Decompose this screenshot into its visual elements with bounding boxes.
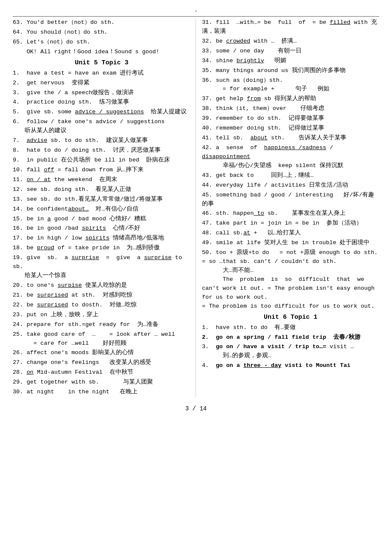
entry-r2-4: 4. go on a three - day visti to Mountt T… [202,361,379,370]
entry-l1: 1. have a test = have an exam 进行考试 [13,69,190,78]
entry-l29: 29. get together with sb. 与某人团聚 [13,378,190,387]
entry-num: 64. [13,29,23,35]
entry-l11: 11. on / at the weekend 在周末 [13,176,190,185]
entry-l10: 10. fall off = fall down from 从…摔下来 [13,166,190,175]
entry-num: 65. [13,39,23,45]
entry-r45: 45. something bad / good / interesting 好… [202,191,379,209]
entry-l26: 26. affect one's moods 影响某人的心情 [13,349,190,358]
entry-l5: 5. give sb. some advice / suggestions 给某… [13,108,190,117]
entry-l3: 3. give the / a speech做报告，做演讲 [13,89,190,98]
entry-l6: 6. follow / take one's advice / suggesti… [13,118,190,136]
entry-l18: 18. be proud of = take pride in 为…感到骄傲 [13,244,190,253]
entry-l23: 23. put on 上映，放映，穿上 [13,311,190,320]
entry-r46: 46. sth. happen_to sb. 某事发生在某人身上 [202,209,379,218]
page-container: · 63. You'd better（not）do sth. 64. You s… [13,8,379,412]
entry-l9: 9. in public 在公共场所 be ill in bed 卧病在床 [13,156,190,165]
entry-r50: 50. too + 原级+to do = not +原级 enough to d… [202,248,379,311]
entry-l30: 30. at night in the night 在晚上 [13,388,190,397]
entry-l16: 16. be in good /bad spirits 心情/不好 [13,224,190,233]
entry-l25: 25. take good care of … = look after … w… [13,330,190,348]
entry-r33: 33. some / one day 有朝一日 [202,47,379,56]
section-header-unit5-topic3: Unit 5 Topic 3 [13,59,190,66]
entry-r42: 42. a sense of happiness /sadness / disa… [202,144,379,170]
entry-l13: 13. see sb. do sth.看见某人常常做/做过/将做某事 [13,195,190,204]
entry-r36: 36. such as（doing）sth. = for example + 句… [202,76,379,94]
entry-r35: 35. many things around us 我们周围的许多事物 [202,66,379,75]
right-column: 31. fill …with…= be full of = be filled … [196,18,379,398]
section-header-unit6-topic1: Unit 6 Topic 1 [202,314,379,321]
entry-l22: 22. be surprised to dosth. 对做…吃惊 [13,301,190,310]
entry-l14: 14. be confidentabout… 对…有信心/自信 [13,205,190,214]
entry-num: 63. [13,19,23,26]
entry-l2: 2. get nervous 变得紧 [13,79,190,88]
entry-ok: OK! All right！Good idea！Sound s good! [13,48,190,57]
entry-r32: 32. be crowded with … 挤满… [202,37,379,46]
entry-l15: 15. be in a good / bad mood 心情好/ 糟糕 [13,215,190,224]
entry-l4: 4. practice doing sth. 练习做某事 [13,98,190,107]
entry-r34: 34. shine brightly 明媚 [202,57,379,66]
entry-r47: 47. take part in = join in = be in 参加（活动… [202,219,379,228]
entry-l28: 28. on Mid-autumn Festival 在中秋节 [13,368,190,377]
entry-l21: 21. be surprised at sth. 对感到吃惊 [13,291,190,300]
entry-l17: 17. be in high / low spirits 情绪高昂地/低落地 [13,234,190,243]
entry-r39: 39. remember to do sth. 记得要做某事 [202,114,379,123]
entry-l20: 20. to one's surpise 使某人吃惊的是 [13,281,190,290]
entry-l19: 19. give sb. a surprise = give a surpris… [13,254,190,280]
entry-r49: 49. smile at life 笑对人生 be in trouble 处于困… [202,239,379,248]
entry-r43: 43. get back to 回到…上，继续… [202,171,379,180]
entry-r38: 38. think（it, them）over 仔细考虑 [202,104,379,113]
entry-r48: 48. call sb.at + 以…给打某人 [202,229,379,238]
entry-r40: 40. remember doing sth. 记得做过某事 [202,124,379,133]
entry-r31: 31. fill …with…= be full of = be filled … [202,18,379,36]
entry-r2-2: 2. go on a spring / fall field trip 去春/秋… [202,333,379,342]
entry-r41: 41. tell sb. about sth. 告诉某人关于某事 [202,134,379,143]
entry-l7: 7. advise sb. to do sth. 建议某人做某事 [13,136,190,145]
top-dot: · [13,8,379,14]
entry-l8: 8. hate to do / doing sth. 讨厌，厌恶做某事 [13,146,190,155]
entry-r44: 44. everyday life / activities 日常生活/活动 [202,181,379,190]
entry-l27: 27. change one's feelings 改变某人的感受 [13,358,190,367]
two-col-layout: 63. You'd better（not）do sth. 64. You sho… [13,18,379,398]
page-number: 3 / 14 [13,405,379,412]
entry-65: 65. Let's（not）do sth. [13,38,190,47]
separator-line [13,16,379,17]
entry-l12: 12. see sb. doing sth. 看见某人正做 [13,185,190,194]
entry-r2-1: 1. have sth. to do 有…要做 [202,323,379,332]
left-column: 63. You'd better（not）do sth. 64. You sho… [13,18,196,398]
entry-r2-3: 3. go on / have a visit / trip to…= visi… [202,343,379,361]
entry-64: 64. You should（not）do sth. [13,28,190,37]
entry-l24: 24. prepare for sth.=get ready for 为…准备 [13,320,190,329]
entry-r37: 37. get help from sb 得到某人的帮助 [202,95,379,104]
entry-63: 63. You'd better（not）do sth. [13,18,190,27]
